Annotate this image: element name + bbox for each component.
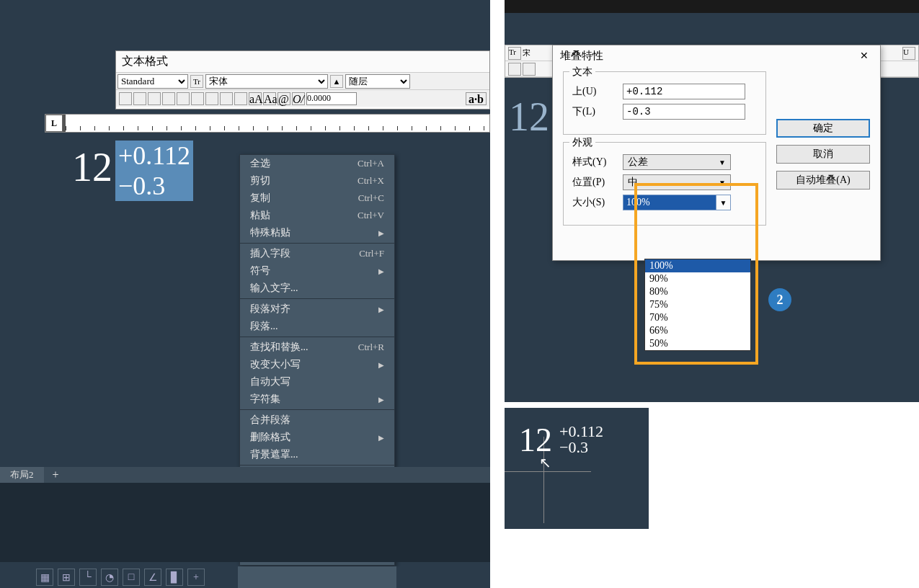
ctx-para-align[interactable]: 段落对齐▶ xyxy=(240,300,394,318)
layout-tabs: 布局2 + xyxy=(0,467,490,483)
tab-layout2[interactable]: 布局2 xyxy=(0,467,44,483)
chevron-down-icon[interactable]: ▼ xyxy=(716,195,730,210)
snap-icon[interactable]: ⊞ xyxy=(58,569,75,586)
ruler-l-badge: L xyxy=(45,115,63,132)
chevron-down-icon: ▼ xyxy=(719,179,726,187)
style-label: 样式(Y) xyxy=(572,156,616,169)
oblique-icon[interactable]: O/ xyxy=(292,92,305,105)
font-select[interactable]: 宋体 xyxy=(205,74,328,89)
ctx-paste[interactable]: 粘贴Ctrl+V xyxy=(240,207,394,224)
tolerance-selection[interactable]: +0.112 −0.3 xyxy=(115,141,193,201)
ctx-merge-para[interactable]: 合并段落 xyxy=(240,411,394,429)
tab-add[interactable]: + xyxy=(45,467,66,483)
autostack-button[interactable]: 自动堆叠(A) xyxy=(776,171,870,190)
dd-option-75[interactable]: 75% xyxy=(645,298,750,311)
ctx-autocaps[interactable]: 自动大写 xyxy=(240,373,394,391)
annotative-icon[interactable]: ▲ xyxy=(330,75,343,88)
align-center-icon[interactable] xyxy=(148,92,161,105)
ctx-select-all[interactable]: 全选Ctrl+A xyxy=(240,155,394,172)
ok-button[interactable]: 确定 xyxy=(776,119,870,138)
size-combo[interactable]: 100% ▼ xyxy=(623,195,731,210)
lower-label: 下(L) xyxy=(572,105,616,118)
field-icon[interactable] xyxy=(234,92,247,105)
text-format-toolbar: 文本格式 Standard Tr 宋体 ▲ 随层 aA Aa @ O/ a·b xyxy=(115,50,490,110)
dyn-icon[interactable]: ▊ xyxy=(166,569,183,586)
align-left-icon[interactable] xyxy=(133,92,146,105)
upper-input[interactable] xyxy=(623,84,745,99)
style-select-dlg[interactable]: 公差▼ xyxy=(623,154,731,170)
dd-option-70[interactable]: 70% xyxy=(645,311,750,324)
cancel-button[interactable]: 取消 xyxy=(776,145,870,164)
align-right-icon[interactable] xyxy=(162,92,175,105)
position-label: 位置(P) xyxy=(572,176,616,189)
command-area[interactable] xyxy=(0,483,490,562)
text-format-row1: Standard Tr 宋体 ▲ 随层 xyxy=(116,72,489,89)
text-fieldset: 文本 上(U) 下(L) xyxy=(563,71,766,135)
ctx-paragraph[interactable]: 段落... xyxy=(240,318,394,335)
lwt-icon[interactable]: + xyxy=(187,569,205,586)
ctx-copy[interactable]: 复制Ctrl+C xyxy=(240,190,394,207)
tt-spacing-icon[interactable] xyxy=(523,63,536,76)
ab-tracking-icon[interactable]: a·b xyxy=(466,92,487,105)
text-fieldset-label: 文本 xyxy=(569,66,595,79)
numbering-icon[interactable] xyxy=(220,92,233,105)
otrack-icon[interactable]: ∠ xyxy=(144,569,161,586)
text-base-value: 12 xyxy=(72,144,112,190)
oblique-value[interactable] xyxy=(306,92,357,105)
ctx-insert-field[interactable]: 插入字段Ctrl+F xyxy=(240,245,394,262)
text-format-title: 文本格式 xyxy=(116,51,489,72)
position-select[interactable]: 中▼ xyxy=(623,174,731,190)
cad-editor-panel: 文本格式 Standard Tr 宋体 ▲ 随层 aA Aa @ O/ a·b xyxy=(0,0,490,588)
polar-icon[interactable]: ◔ xyxy=(101,569,118,586)
faded-preview-12: 12 xyxy=(509,94,549,140)
ctx-paste-special[interactable]: 特殊粘贴▶ xyxy=(240,224,394,241)
uppercase-icon[interactable]: aA xyxy=(249,92,262,105)
ctx-change-case[interactable]: 改变大小写▶ xyxy=(240,356,394,373)
close-icon[interactable]: ✕ xyxy=(856,48,873,63)
dd-option-90[interactable]: 90% xyxy=(645,272,750,285)
ctx-charset[interactable]: 字符集▶ xyxy=(240,391,394,408)
ctx-import-text[interactable]: 输入文字... xyxy=(240,280,394,297)
tt-underline-icon[interactable]: U xyxy=(902,47,915,60)
lower-input[interactable] xyxy=(623,104,745,120)
stack-properties-dialog: 堆叠特性 ✕ 文本 上(U) 下(L) 外观 样式(Y) 公差▼ xyxy=(552,45,881,261)
layer-select[interactable]: 随层 xyxy=(345,74,410,89)
symbol-icon[interactable]: @ xyxy=(278,92,290,105)
dialog-titlebar[interactable]: 堆叠特性 ✕ xyxy=(553,45,880,66)
ruler-icon[interactable] xyxy=(119,92,132,105)
dialog-title: 堆叠特性 xyxy=(560,49,603,63)
style-select[interactable]: Standard xyxy=(117,74,188,89)
tt-font-label: 宋 xyxy=(523,48,530,58)
ctx-find-replace[interactable]: 查找和替换...Ctrl+R xyxy=(240,339,394,356)
distribute-icon[interactable] xyxy=(191,92,204,105)
size-value: 100% xyxy=(623,195,716,210)
ctx-cut[interactable]: 剪切Ctrl+X xyxy=(240,172,394,190)
grid-icon[interactable]: ▦ xyxy=(36,569,53,586)
ctx-background-mask[interactable]: 背景遮罩... xyxy=(240,446,394,463)
cursor-icon: ↖ xyxy=(539,454,551,471)
ctx-remove-format[interactable]: 删除格式▶ xyxy=(240,429,394,446)
dd-option-80[interactable]: 80% xyxy=(645,285,750,298)
tt-align-icon[interactable] xyxy=(508,63,521,76)
dd-option-66[interactable]: 66% xyxy=(645,324,750,337)
appearance-fieldset: 外观 样式(Y) 公差▼ 位置(P) 中▼ 大小(S) 100% ▼ xyxy=(563,142,766,226)
upper-label: 上(U) xyxy=(572,85,616,98)
dd-option-100[interactable]: 100% xyxy=(645,259,750,272)
ruler-body[interactable] xyxy=(63,115,489,132)
text-format-row2: aA Aa @ O/ a·b xyxy=(116,89,489,107)
crosshair-h xyxy=(505,471,591,472)
tolerance-upper: +0.112 xyxy=(118,141,190,171)
ctx-symbol[interactable]: 符号▶ xyxy=(240,262,394,280)
justify-icon[interactable] xyxy=(177,92,190,105)
preview-lower: −0.3 xyxy=(559,440,588,455)
result-preview: 12 +0.112 −0.3 ↖ xyxy=(505,408,649,529)
ortho-icon[interactable]: └ xyxy=(79,569,97,586)
osnap-icon[interactable]: □ xyxy=(123,569,140,586)
appearance-fieldset-label: 外观 xyxy=(569,136,595,149)
dd-option-50[interactable]: 50% xyxy=(645,337,750,350)
chevron-down-icon: ▼ xyxy=(719,159,726,166)
preview-upper: +0.112 xyxy=(559,424,603,440)
lowercase-icon[interactable]: Aa xyxy=(263,92,276,105)
tolerance-lower: −0.3 xyxy=(118,171,190,201)
line-spacing-icon[interactable] xyxy=(205,92,218,105)
